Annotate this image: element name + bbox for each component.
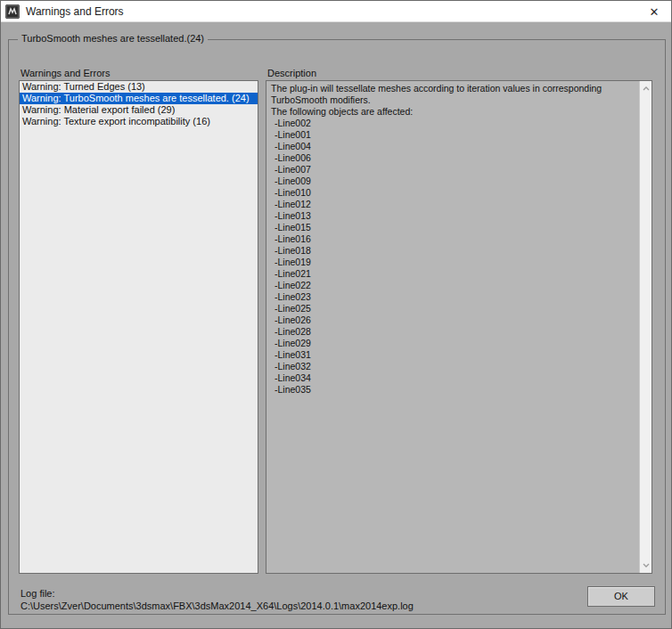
scroll-up-icon[interactable]: [640, 82, 652, 95]
warning-list-item[interactable]: Warning: TurboSmooth meshes are tessella…: [20, 93, 258, 104]
affected-object: -Line021: [271, 268, 637, 280]
title-bar: Warnings and Errors ✕: [1, 1, 671, 22]
affected-object: -Line006: [271, 152, 637, 164]
affected-object: -Line035: [271, 384, 637, 396]
affected-object: -Line015: [271, 222, 637, 233]
affected-object: -Line029: [271, 338, 637, 349]
warning-list-item[interactable]: Warning: Material export failed (29): [20, 104, 258, 116]
affected-object: -Line002: [271, 118, 637, 129]
warnings-list[interactable]: Warning: Turned Edges (13)Warning: Turbo…: [19, 80, 258, 574]
app-icon: [5, 4, 20, 19]
ok-button[interactable]: OK: [587, 586, 655, 607]
affected-object: -Line010: [271, 187, 637, 199]
affected-object: -Line004: [271, 141, 637, 152]
warning-list-item[interactable]: Warning: Texture export incompatibility …: [20, 116, 258, 127]
affected-object: -Line016: [271, 233, 637, 245]
affected-object: -Line007: [271, 164, 637, 176]
affected-object: -Line032: [271, 361, 637, 372]
description-panel-label: Description: [267, 68, 316, 78]
affected-object: -Line022: [271, 280, 637, 291]
warning-list-item[interactable]: Warning: Turned Edges (13): [20, 81, 258, 93]
affected-object: -Line026: [271, 314, 637, 326]
close-button[interactable]: ✕: [644, 4, 664, 20]
affected-object: -Line019: [271, 257, 637, 268]
description-line: TurboSmooth modifiers.: [271, 94, 637, 106]
affected-object: -Line031: [271, 349, 637, 361]
affected-object: -Line023: [271, 291, 637, 303]
affected-object: -Line001: [271, 129, 637, 141]
log-file-path: C:\Users\Zver\Documents\3dsmax\FBX\3dsMa…: [20, 600, 414, 611]
log-file-label: Log file:: [20, 588, 55, 599]
description-box[interactable]: The plug-in will tessellate meshes accor…: [266, 80, 652, 574]
affected-object: -Line012: [271, 199, 637, 210]
window-title: Warnings and Errors: [26, 5, 124, 18]
affected-object: -Line028: [271, 326, 637, 338]
description-line: The plug-in will tessellate meshes accor…: [271, 83, 637, 94]
description-line: The following objects are affected:: [271, 106, 637, 118]
warnings-and-errors-dialog: Warnings and Errors ✕ TurboSmooth meshes…: [0, 0, 672, 629]
affected-object: -Line025: [271, 303, 637, 314]
description-scrollbar[interactable]: [639, 81, 652, 573]
group-box-label: TurboSmooth meshes are tessellated.(24): [18, 33, 208, 44]
affected-object: -Line009: [271, 176, 637, 187]
affected-object: -Line018: [271, 245, 637, 257]
affected-object: -Line013: [271, 210, 637, 222]
description-text: The plug-in will tessellate meshes accor…: [271, 83, 637, 396]
affected-object: -Line034: [271, 372, 637, 384]
warnings-panel-label: Warnings and Errors: [20, 68, 110, 78]
scroll-down-icon[interactable]: [640, 559, 652, 572]
